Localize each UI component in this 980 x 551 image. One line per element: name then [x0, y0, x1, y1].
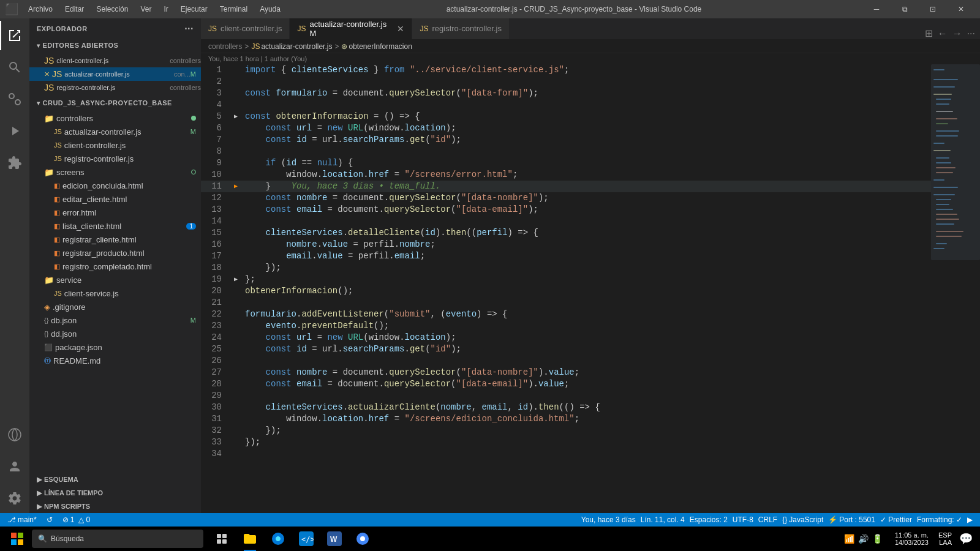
taskbar-vscode[interactable]: </> — [293, 527, 320, 551]
start-button[interactable] — [5, 527, 29, 551]
menu-ayuda[interactable]: Ayuda — [255, 4, 285, 15]
file-registro-controller[interactable]: JS registro-controller.js — [29, 152, 201, 165]
menu-ejecutar[interactable]: Ejecutar — [176, 4, 213, 15]
file-actualizar-controller[interactable]: JS actualizar-controller.js M — [29, 125, 201, 138]
navigate-forward-icon[interactable]: → — [952, 28, 962, 39]
restore-button[interactable]: ⊡ — [919, 0, 947, 18]
tab-actualizar-controller[interactable]: JS actualizar-controller.js M ✕ — [290, 18, 412, 39]
html-icon: ◧ — [54, 222, 60, 230]
git-lens-status[interactable]: You, hace 3 días — [579, 513, 638, 527]
file-lista-cliente[interactable]: ◧ lista_cliente.html 1 — [29, 219, 201, 233]
taskbar-task-view[interactable] — [208, 527, 235, 551]
file-readme[interactable]: ⓜ README.md — [29, 354, 201, 367]
menu-ir[interactable]: Ir — [159, 4, 173, 15]
arrow-status[interactable]: ▶ — [965, 513, 975, 527]
taskbar-clock[interactable]: 11:05 a. m. 14/03/2023 — [890, 531, 933, 546]
symbol-breadcrumb[interactable]: ⊛ obtenerInformacion — [341, 42, 412, 51]
taskbar-word[interactable]: W — [321, 527, 348, 551]
tab-client-controller[interactable]: JS client-controller.js — [201, 18, 290, 39]
esquema-header[interactable]: ▶ ESQUEMA — [29, 473, 201, 486]
taskbar-chrome[interactable] — [349, 527, 376, 551]
project-header[interactable]: ▾ CRUD_JS_ASYNC-PROYECTO_BASE — [29, 94, 201, 111]
activity-search[interactable] — [0, 53, 29, 82]
more-actions-icon[interactable]: ··· — [967, 28, 975, 39]
activity-explorer[interactable] — [0, 21, 29, 50]
open-file-registro-controller[interactable]: JS registro-controller.js controllers — [29, 81, 201, 94]
menu-bar[interactable]: Archivo Editar Selección Ver Ir Ejecutar… — [23, 4, 285, 15]
file-client-service[interactable]: JS client-service.js — [29, 287, 201, 300]
window-controls[interactable]: ─ ⧉ ⊡ ✕ — [862, 0, 975, 18]
file-client-controller[interactable]: JS client-controller.js — [29, 138, 201, 152]
menu-archivo[interactable]: Archivo — [23, 4, 58, 15]
navigate-back-icon[interactable]: ← — [938, 28, 948, 39]
file-db-json[interactable]: {} db.json M — [29, 313, 201, 327]
activity-bar — [0, 18, 29, 513]
open-file-actualizar-controller[interactable]: ✕ JS actualizar-controller.js con... M — [29, 67, 201, 81]
folder-controllers[interactable]: 📁 controllers — [29, 111, 201, 125]
activity-remote[interactable] — [0, 420, 29, 449]
menu-terminal[interactable]: Terminal — [215, 4, 252, 15]
code-editor[interactable]: 1 import { clienteServices } from "../se… — [201, 64, 931, 513]
file-registrar-producto[interactable]: ◧ registrar_producto.html — [29, 246, 201, 260]
file-gitignore[interactable]: ◈ .gitignore — [29, 300, 201, 313]
maximize-button[interactable]: ⧉ — [891, 0, 919, 18]
menu-seleccion[interactable]: Selección — [91, 4, 133, 15]
errors-status[interactable]: ⊘ 1 △ 0 — [60, 513, 92, 527]
branch-status[interactable]: ⎇ main* — [5, 513, 39, 527]
file-registrar-cliente[interactable]: ◧ registrar_cliente.html — [29, 233, 201, 246]
port-status[interactable]: ⚡ Port : 5501 — [826, 513, 878, 527]
eol-status[interactable]: CRLF — [756, 513, 780, 527]
open-file-client-controller[interactable]: JS client-controller.js controllers — [29, 54, 201, 67]
file-editar-cliente[interactable]: ◧ editar_cliente.html — [29, 192, 201, 206]
language-status[interactable]: {} JavaScript — [780, 513, 826, 527]
activity-settings[interactable] — [0, 484, 29, 513]
npm-label: NPM SCRIPTS — [44, 503, 90, 510]
folder-service[interactable]: 📁 service — [29, 273, 201, 287]
file-dd-json[interactable]: {} dd.json — [29, 327, 201, 340]
linea-de-tiempo-header[interactable]: ▶ LÍNEA DE TIEMPO — [29, 486, 201, 500]
encoding-status[interactable]: UTF-8 — [730, 513, 756, 527]
notification-center-icon[interactable]: 💬 — [957, 532, 975, 545]
tab-close-button[interactable]: ✕ — [397, 24, 404, 34]
file-package-json[interactable]: ⬛ package.json — [29, 340, 201, 354]
formatting-status[interactable]: Formatting: ✓ — [914, 513, 965, 527]
menu-ver[interactable]: Ver — [135, 4, 156, 15]
close-button[interactable]: ✕ — [947, 0, 975, 18]
volume-icon[interactable]: 🔊 — [858, 534, 869, 544]
open-editors-header[interactable]: ▾ EDITORES ABIERTOS — [29, 37, 201, 54]
activity-accounts[interactable] — [0, 452, 29, 481]
svg-text:W: W — [330, 535, 337, 544]
activity-extensions[interactable] — [0, 148, 29, 178]
language-region[interactable]: ESP LAA — [936, 531, 954, 546]
folder-breadcrumb[interactable]: controllers — [208, 42, 242, 51]
activity-run[interactable] — [0, 116, 29, 146]
npm-scripts-header[interactable]: ▶ NPM SCRIPTS — [29, 500, 201, 513]
code-line-3: 3 const formulario = document.querySelec… — [201, 88, 931, 99]
file-registro-completado[interactable]: ◧ registro_completado.html — [29, 260, 201, 273]
tab-registro-controller[interactable]: JS registro-controller.js — [412, 18, 509, 39]
svg-text:</>: </> — [301, 535, 314, 544]
menu-editar[interactable]: Editar — [60, 4, 89, 15]
file-error[interactable]: ◧ error.html — [29, 206, 201, 219]
taskbar-search-bar[interactable]: 🔍 Búsqueda — [32, 530, 203, 548]
folder-screens[interactable]: 📁 screens — [29, 165, 201, 179]
battery-icon[interactable]: 🔋 — [872, 534, 883, 544]
taskbar-explorer[interactable] — [236, 527, 263, 551]
prettier-status[interactable]: ✓ Prettier — [878, 513, 914, 527]
code-line-7: 7 const id = url.searchParams.get("id"); — [201, 134, 931, 146]
search-placeholder: Búsqueda — [51, 534, 84, 543]
minimize-button[interactable]: ─ — [862, 0, 891, 18]
close-icon[interactable]: ✕ — [44, 70, 50, 78]
sync-status[interactable]: ↺ — [44, 513, 55, 527]
controllers-breadcrumb: controllers — [208, 42, 242, 51]
activity-source-control[interactable] — [0, 84, 29, 114]
spaces-status[interactable]: Espacios: 2 — [687, 513, 730, 527]
sidebar-more[interactable]: ··· — [184, 23, 194, 34]
file-breadcrumb[interactable]: JS actualizar-controller.js — [251, 42, 332, 51]
file-edicion-concluida[interactable]: ◧ edicion_concluida.html — [29, 179, 201, 192]
split-editor-icon[interactable]: ⊞ — [925, 28, 933, 39]
network-icon[interactable]: 📶 — [844, 534, 854, 544]
taskbar-edge[interactable] — [265, 527, 292, 551]
breadcrumb-symbol: obtenerInformacion — [349, 42, 412, 51]
position-status[interactable]: Lín. 11, col. 4 — [638, 513, 687, 527]
